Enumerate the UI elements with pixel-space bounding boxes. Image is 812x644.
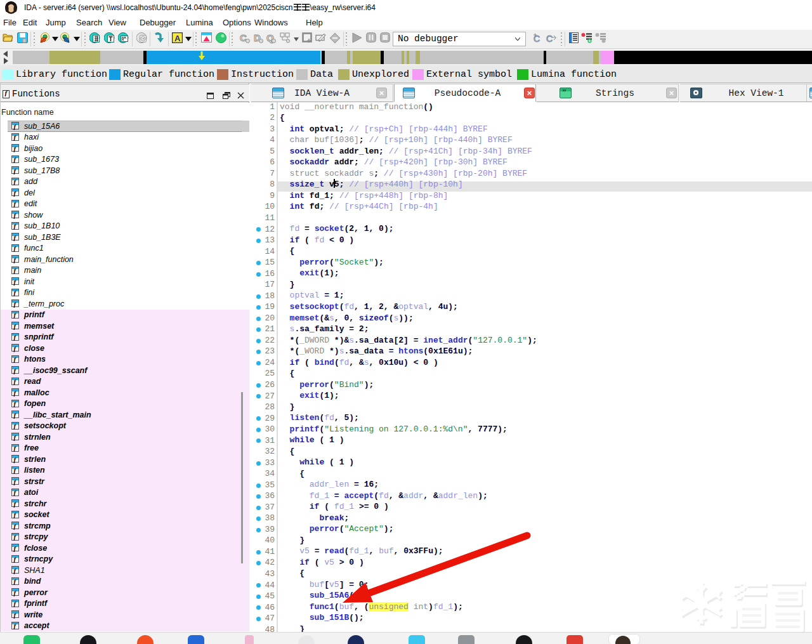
svg-text:C: C: [546, 34, 553, 44]
svg-text:A: A: [174, 34, 181, 43]
